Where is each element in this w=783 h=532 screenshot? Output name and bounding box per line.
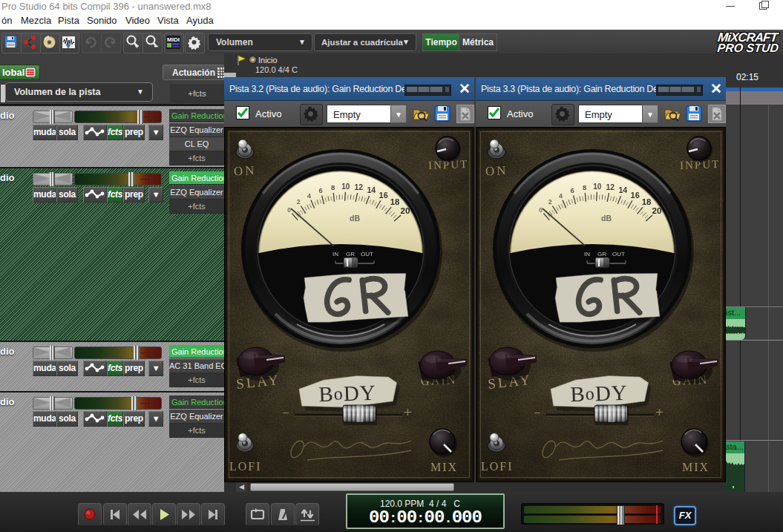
svg-text:MIDI: MIDI [167,36,180,43]
svg-text:PRO STUD: PRO STUD [717,42,780,53]
